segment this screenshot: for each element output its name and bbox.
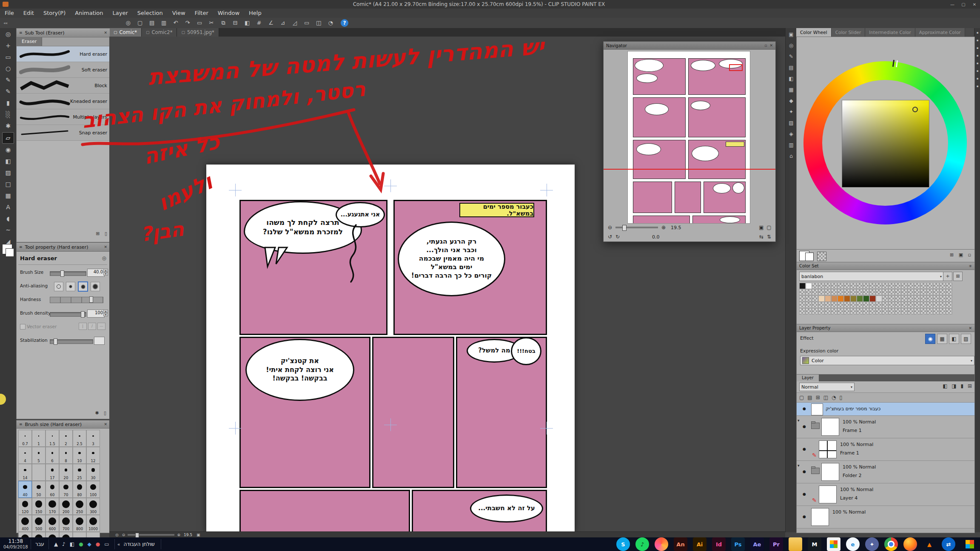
zoom-tool-icon[interactable]: ◎ <box>3 29 14 40</box>
color-swatch[interactable] <box>863 289 869 295</box>
new-folder-icon[interactable]: ▤ <box>807 395 812 400</box>
frame-border-tool-icon[interactable]: ▦ <box>3 190 14 201</box>
expand-arrow-icon[interactable]: ▾ <box>798 418 800 423</box>
color-swatch[interactable] <box>869 295 876 302</box>
brush-size-cell[interactable]: 120 <box>18 498 32 515</box>
vlc-icon[interactable]: ▲ <box>923 537 936 551</box>
stabilization-slider[interactable] <box>50 339 93 344</box>
brush-size-cell[interactable]: 1.5 <box>46 430 59 447</box>
rotate-right-icon[interactable]: ↻ <box>614 234 621 240</box>
color-swatch[interactable] <box>806 289 812 295</box>
after-effects-icon[interactable]: Ae <box>750 537 764 551</box>
discord-icon[interactable]: ✦ <box>865 537 879 551</box>
edge-icon-8[interactable]: ▪ <box>975 83 980 89</box>
color-swatch[interactable] <box>850 283 857 289</box>
brush-size-cell[interactable]: 20 <box>59 464 73 481</box>
color-swatch[interactable] <box>806 308 812 315</box>
layer-row[interactable]: ●כעבור מספר ימים בעותצ'יק <box>797 403 974 416</box>
ruler-icon[interactable]: ▭ <box>301 19 312 27</box>
panel-icon-navigator[interactable]: ▣ <box>786 30 796 39</box>
color-swatch[interactable] <box>889 283 895 289</box>
pen-tool-icon[interactable]: ✎ <box>3 75 14 85</box>
tone-effect-icon[interactable]: ▦ <box>937 334 947 344</box>
color-swatch[interactable] <box>850 302 857 308</box>
color-swatch[interactable] <box>825 289 831 295</box>
color-swatch[interactable] <box>844 283 850 289</box>
snap-ruler-icon[interactable]: ∠ <box>265 19 276 27</box>
red-app-icon[interactable]: ● <box>96 541 100 547</box>
brush-size-stepper[interactable]: ▴▾ <box>103 269 108 276</box>
edge-icon-6[interactable]: ▪ <box>975 68 980 74</box>
panel-icon-color[interactable]: ▦ <box>786 85 796 94</box>
brush-size-cell[interactable]: 200 <box>59 498 73 515</box>
clip-studio-icon[interactable] <box>655 537 668 551</box>
premiere-icon[interactable]: Pr <box>769 537 783 551</box>
color-swatch[interactable] <box>838 308 844 315</box>
brush-size-cell[interactable]: 14 <box>18 464 32 481</box>
color-swatch[interactable] <box>933 283 940 289</box>
color-swatch[interactable] <box>818 302 825 308</box>
visibility-eye-icon[interactable]: ● <box>803 447 806 451</box>
zoom-out-icon[interactable]: ⊖ <box>122 533 125 537</box>
brush-size-cell[interactable]: 10 <box>73 447 86 464</box>
layer-row[interactable]: ●✎100 % NormalLayer 4 <box>797 483 974 506</box>
rotate-left-icon[interactable]: ↺ <box>606 234 614 240</box>
minimize-icon[interactable]: — <box>947 2 958 7</box>
color-swatch[interactable] <box>946 289 952 295</box>
edge-icon-1[interactable]: ▪ <box>975 30 980 36</box>
blend-tool-icon[interactable]: ◉ <box>3 145 14 155</box>
panel-menu-icon[interactable]: ≡ <box>19 422 23 426</box>
color-swatch[interactable] <box>863 302 869 308</box>
color-swatch[interactable] <box>895 283 901 289</box>
panel-close-icon[interactable]: ✕ <box>769 43 773 48</box>
layer-row[interactable]: ▾●100 % NormalFolder 2 <box>797 461 974 483</box>
panel-pop-icon[interactable]: ▫ <box>968 252 971 258</box>
blue-app-icon[interactable]: ◆ <box>88 541 91 547</box>
color-swatch[interactable] <box>933 289 940 295</box>
reference-icon[interactable]: ◔ <box>325 19 336 27</box>
tab-layer[interactable]: Layer <box>797 375 819 381</box>
color-swatch[interactable] <box>946 302 952 308</box>
brush-size-cell[interactable]: 70 <box>59 481 73 498</box>
layer-color-effect-icon[interactable]: ▨ <box>961 334 971 344</box>
delete-layer-icon[interactable]: ▯ <box>840 395 843 400</box>
color-swatch[interactable] <box>889 295 895 302</box>
firefox-icon[interactable] <box>903 537 917 551</box>
volume-icon[interactable]: ♪ <box>62 541 66 547</box>
tab-intermediate-color[interactable]: Intermediate Color <box>865 28 915 37</box>
color-swatch[interactable] <box>812 283 818 289</box>
grid-icon[interactable]: ⊞ <box>950 252 954 258</box>
color-swatch[interactable] <box>908 295 914 302</box>
panel-close-icon[interactable]: ✕ <box>104 31 107 35</box>
opacity-icon[interactable]: ◧ <box>943 383 947 389</box>
tab-eraser[interactable]: Eraser <box>17 37 42 46</box>
color-swatch[interactable] <box>863 308 869 315</box>
palette-icon[interactable]: ⊞ <box>968 383 972 389</box>
color-swatch[interactable] <box>818 283 825 289</box>
snap-special-icon[interactable]: ⊿ <box>277 19 288 27</box>
visibility-eye-icon[interactable]: ● <box>803 469 806 474</box>
mask-icon[interactable]: ◔ <box>832 395 836 400</box>
green-status-icon[interactable]: ● <box>79 541 83 547</box>
color-swatch[interactable] <box>927 295 933 302</box>
panel-close-icon[interactable]: ✕ <box>104 422 107 426</box>
flip-horizontal-icon[interactable]: ⇆ <box>758 234 765 240</box>
office-icon[interactable] <box>827 537 840 551</box>
move-tool-icon[interactable]: + <box>3 40 14 51</box>
color-swatch[interactable] <box>812 289 818 295</box>
color-swatch[interactable] <box>940 308 946 315</box>
color-swatch[interactable] <box>812 308 818 315</box>
menu-file[interactable]: File <box>0 9 19 18</box>
vector-mode-1-button[interactable]: | <box>79 323 87 330</box>
menu-window[interactable]: Window <box>213 9 244 18</box>
help-icon[interactable]: ? <box>341 19 348 27</box>
fit-icon[interactable]: ▣ <box>758 224 765 230</box>
panel-icon-material[interactable]: ◧ <box>786 74 796 83</box>
edge-icon-4[interactable]: ▪ <box>975 53 980 59</box>
display-icon[interactable]: ▭ <box>104 541 109 547</box>
color-swatch[interactable] <box>825 302 831 308</box>
color-swatch[interactable] <box>825 295 831 302</box>
color-swatch[interactable] <box>818 308 825 315</box>
sub-color-swatch[interactable] <box>6 248 14 257</box>
color-swatch[interactable] <box>831 295 838 302</box>
